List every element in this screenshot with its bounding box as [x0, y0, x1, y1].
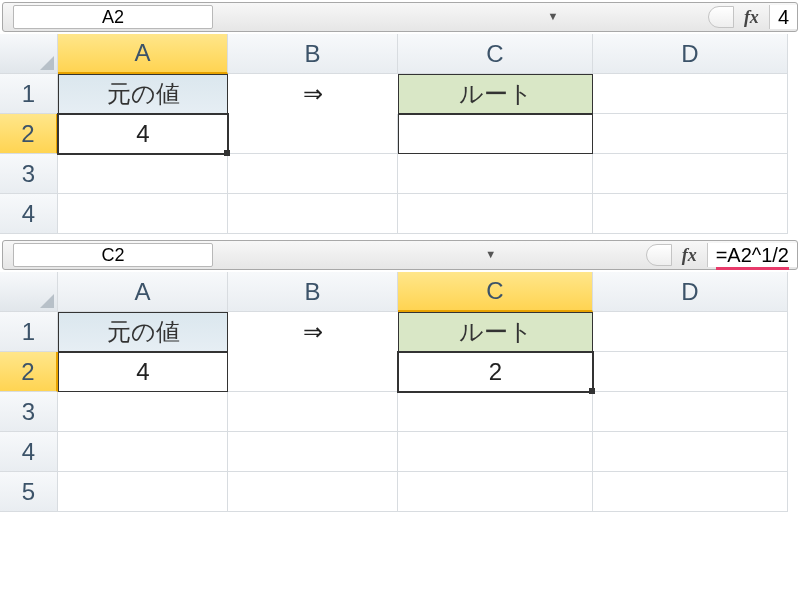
- cell-c1[interactable]: ルート: [398, 74, 593, 114]
- cell-a2[interactable]: 4: [58, 114, 228, 154]
- col-head-c[interactable]: C: [398, 272, 593, 312]
- row-head-2[interactable]: 2: [0, 114, 58, 154]
- cell-d1[interactable]: [593, 74, 788, 114]
- name-box-dropdown-icon[interactable]: ▼: [544, 7, 562, 27]
- col-head-a[interactable]: A: [58, 34, 228, 74]
- name-box-dropdown-icon[interactable]: ▼: [482, 245, 500, 265]
- cell-a5[interactable]: [58, 472, 228, 512]
- row-head-4[interactable]: 4: [0, 194, 58, 234]
- grid: A B C D 1 元の値 ⇒ ルート 2 4 3 4: [0, 34, 800, 234]
- row-head-2[interactable]: 2: [0, 352, 58, 392]
- col-head-b[interactable]: B: [228, 34, 398, 74]
- cell-b4[interactable]: [228, 194, 398, 234]
- row-head-5[interactable]: 5: [0, 472, 58, 512]
- cell-b4[interactable]: [228, 432, 398, 472]
- row-head-4[interactable]: 4: [0, 432, 58, 472]
- sheet-part-2: C2 ▼ fx =A2^1/2 A B C D 1 元の値 ⇒ ルート 2 4 …: [0, 240, 800, 512]
- cell-d1[interactable]: [593, 312, 788, 352]
- cell-c1[interactable]: ルート: [398, 312, 593, 352]
- cell-c3[interactable]: [398, 154, 593, 194]
- cell-b1[interactable]: ⇒: [228, 312, 398, 352]
- col-head-d[interactable]: D: [593, 34, 788, 74]
- row-head-3[interactable]: 3: [0, 154, 58, 194]
- cell-b5[interactable]: [228, 472, 398, 512]
- cell-d3[interactable]: [593, 392, 788, 432]
- col-head-d[interactable]: D: [593, 272, 788, 312]
- row-head-3[interactable]: 3: [0, 392, 58, 432]
- cell-d4[interactable]: [593, 432, 788, 472]
- formula-text: =A2^1/2: [716, 243, 789, 270]
- cell-c5[interactable]: [398, 472, 593, 512]
- cell-c3[interactable]: [398, 392, 593, 432]
- cell-b2[interactable]: [228, 114, 398, 154]
- formula-bar: C2 ▼ fx =A2^1/2: [2, 240, 798, 270]
- col-head-b[interactable]: B: [228, 272, 398, 312]
- fx-icon[interactable]: fx: [682, 245, 697, 266]
- cell-c4[interactable]: [398, 194, 593, 234]
- cancel-icon[interactable]: [708, 6, 734, 28]
- cell-b3[interactable]: [228, 154, 398, 194]
- sheet-part-1: A2 ▼ fx 4 A B C D 1 元の値 ⇒ ルート 2 4 3 4: [0, 2, 800, 234]
- cell-c4[interactable]: [398, 432, 593, 472]
- cancel-icon[interactable]: [646, 244, 672, 266]
- cell-d3[interactable]: [593, 154, 788, 194]
- cell-b1[interactable]: ⇒: [228, 74, 398, 114]
- cell-c2[interactable]: [398, 114, 593, 154]
- cell-d4[interactable]: [593, 194, 788, 234]
- cell-d2[interactable]: [593, 114, 788, 154]
- grid: A B C D 1 元の値 ⇒ ルート 2 4 2 3 4 5: [0, 272, 800, 512]
- cell-c2[interactable]: 2: [398, 352, 593, 392]
- cell-a4[interactable]: [58, 432, 228, 472]
- cell-b2[interactable]: [228, 352, 398, 392]
- row-head-1[interactable]: 1: [0, 312, 58, 352]
- cell-a4[interactable]: [58, 194, 228, 234]
- col-head-c[interactable]: C: [398, 34, 593, 74]
- select-all-corner[interactable]: [0, 34, 58, 74]
- col-head-a[interactable]: A: [58, 272, 228, 312]
- name-box[interactable]: A2: [13, 5, 213, 29]
- select-all-corner[interactable]: [0, 272, 58, 312]
- cell-a3[interactable]: [58, 154, 228, 194]
- formula-bar: A2 ▼ fx 4: [2, 2, 798, 32]
- formula-input[interactable]: 4: [769, 5, 797, 29]
- fx-area: fx 4: [708, 5, 797, 29]
- cell-d5[interactable]: [593, 472, 788, 512]
- fx-area: fx =A2^1/2: [646, 243, 797, 267]
- cell-a1[interactable]: 元の値: [58, 74, 228, 114]
- cell-a3[interactable]: [58, 392, 228, 432]
- cell-d2[interactable]: [593, 352, 788, 392]
- cell-b3[interactable]: [228, 392, 398, 432]
- cell-a1[interactable]: 元の値: [58, 312, 228, 352]
- row-head-1[interactable]: 1: [0, 74, 58, 114]
- name-box[interactable]: C2: [13, 243, 213, 267]
- cell-a2[interactable]: 4: [58, 352, 228, 392]
- fx-icon[interactable]: fx: [744, 7, 759, 28]
- formula-input[interactable]: =A2^1/2: [707, 243, 797, 267]
